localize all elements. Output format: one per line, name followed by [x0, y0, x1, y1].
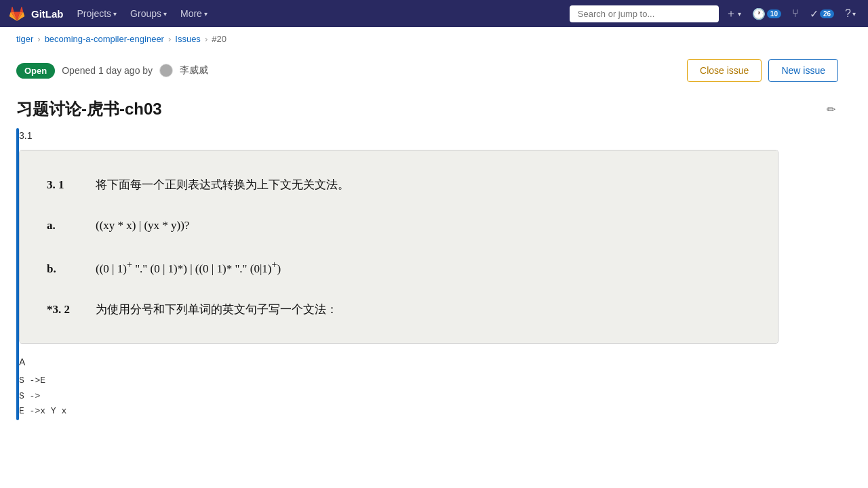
content-wrapper: 3.1 3. 1 将下面每一个正则表达式转换为上下文无关文法。 a. ((xy …: [16, 128, 838, 420]
author-name: 李威威: [180, 64, 208, 77]
issue-meta: Open Opened 1 day ago by 李威威: [16, 63, 208, 79]
topnav: GitLab Projects ▾ Groups ▾ More ▾ ＋ ▾ 🕐 …: [0, 0, 868, 27]
search-input[interactable]: [570, 5, 719, 22]
breadcrumb-current: #20: [212, 34, 226, 44]
breadcrumb-repo[interactable]: becoming-a-compiler-engineer: [45, 34, 164, 44]
help-button[interactable]: ? ▾: [841, 5, 860, 22]
projects-menu[interactable]: Projects ▾: [72, 5, 123, 22]
textbook-image: 3. 1 将下面每一个正则表达式转换为上下文无关文法。 a. ((xy * x)…: [19, 150, 778, 344]
issue-body: 3.1 3. 1 将下面每一个正则表达式转换为上下文无关文法。 a. ((xy …: [19, 128, 838, 419]
code-line-2: S ->: [19, 390, 838, 404]
issues-icon: ✓: [810, 7, 818, 20]
main-content: Open Opened 1 day ago by 李威威 Close issue…: [0, 51, 854, 447]
more-menu[interactable]: More ▾: [175, 5, 213, 22]
close-issue-button[interactable]: Close issue: [687, 59, 762, 82]
issue-title: 习题讨论-虎书-ch03: [16, 98, 162, 120]
merge-request-icon: ⑂: [792, 7, 799, 20]
help-chevron-icon: ▾: [852, 10, 856, 18]
todos-badge: 10: [767, 9, 781, 18]
breadcrumb-tiger[interactable]: tiger: [16, 34, 33, 44]
breadcrumb-sep-1: ›: [37, 34, 40, 44]
groups-menu[interactable]: Groups ▾: [125, 5, 172, 22]
groups-chevron-icon: ▾: [163, 10, 167, 18]
new-chevron-icon: ▾: [738, 10, 741, 18]
more-chevron-icon: ▾: [204, 10, 208, 18]
plus-icon: ＋: [726, 7, 736, 21]
issue-header: Open Opened 1 day ago by 李威威 Close issue…: [16, 51, 838, 87]
clock-icon: 🕐: [752, 7, 766, 20]
edit-icon[interactable]: ✏: [824, 100, 838, 119]
textbook-line-2: a. ((xy * x) | (yx * y))?: [47, 216, 751, 235]
merge-requests-button[interactable]: ⑂: [788, 5, 803, 22]
breadcrumb-sep-2: ›: [168, 34, 171, 44]
new-item-button[interactable]: ＋ ▾: [722, 4, 745, 24]
gitlab-logo[interactable]: GitLab: [8, 5, 64, 22]
new-issue-button[interactable]: New issue: [768, 59, 838, 82]
textbook-line-4: *3. 2 为使用分号和下列单词的英文句子写一个文法：: [47, 300, 751, 319]
opened-text: Opened 1 day ago by: [62, 65, 153, 76]
code-line-3: E ->x Y x: [19, 405, 838, 419]
breadcrumb: tiger › becoming-a-compiler-engineer › I…: [0, 27, 868, 51]
breadcrumb-sep-3: ›: [205, 34, 208, 44]
status-badge: Open: [16, 63, 55, 79]
breadcrumb-issues[interactable]: Issues: [175, 34, 201, 44]
textbook-line-3: b. ((0 | 1)+ "." (0 | 1)*) | ((0 | 1)* "…: [47, 257, 751, 278]
avatar: [159, 64, 173, 77]
section1-label: 3.1: [19, 128, 838, 143]
code-line-1: S ->E: [19, 374, 838, 388]
issue-actions: Close issue New issue: [687, 59, 838, 82]
issues-button[interactable]: ✓ 26: [806, 5, 838, 23]
issue-title-row: 习题讨论-虎书-ch03 ✏: [16, 98, 838, 120]
code-block: S ->E S -> E ->x Y x: [19, 374, 838, 419]
issues-badge: 26: [820, 9, 834, 18]
todos-button[interactable]: 🕐 10: [748, 5, 785, 23]
projects-chevron-icon: ▾: [113, 10, 117, 18]
section2-label: A: [19, 354, 838, 369]
help-icon: ?: [845, 7, 851, 20]
textbook-line-1: 3. 1 将下面每一个正则表达式转换为上下文无关文法。: [47, 176, 751, 194]
